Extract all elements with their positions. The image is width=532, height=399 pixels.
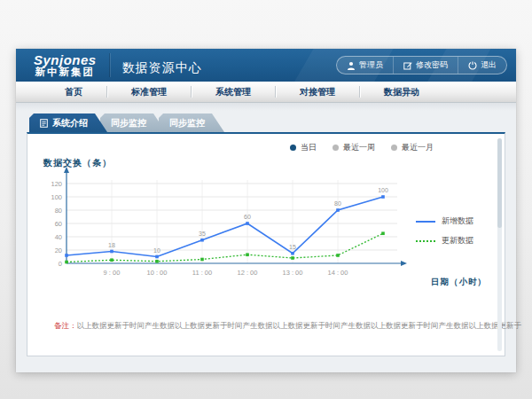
legend-label: 更新数据	[442, 235, 473, 246]
tab-label: 同步监控	[111, 117, 146, 129]
nav-item-data-change[interactable]: 数据异动	[360, 82, 443, 102]
footnote: 备注：以上数据更新于时间产生数据以上数据更新于时间产生数据以上数据更新于时间产生…	[54, 321, 521, 332]
svg-text:15: 15	[289, 244, 296, 250]
svg-text:12 : 00: 12 : 00	[238, 269, 258, 277]
svg-text:35: 35	[199, 231, 206, 237]
tab-bar: 系统介绍 同步监控 同步监控	[29, 113, 505, 132]
tab-sync-monitor-1[interactable]: 同步监控	[100, 113, 166, 132]
page-title: 数据资源中心	[122, 55, 202, 76]
svg-text:100: 100	[378, 187, 388, 193]
footnote-text: 以上数据更新于时间产生数据以上数据更新于时间产生数据以上数据更新于时间产生数据以…	[77, 321, 522, 330]
legend-label: 新增数据	[442, 215, 473, 227]
period-option-label: 最近一周	[343, 142, 375, 153]
chart-legend: 新增数据 更新数据	[416, 215, 490, 254]
panel-scrollbar[interactable]	[497, 138, 502, 351]
nav-item-interface-mgmt[interactable]: 对接管理	[276, 82, 359, 102]
header-decor-stripe	[288, 49, 399, 82]
document-icon	[40, 119, 48, 128]
chart-panel: 当日 最近一周 最近一月 数据交换（条） 0204060801001209 : …	[27, 132, 505, 356]
svg-text:60: 60	[244, 214, 251, 220]
legend-item-new-data: 新增数据	[416, 215, 490, 227]
svg-text:100: 100	[51, 193, 62, 201]
svg-text:40: 40	[55, 233, 62, 241]
dotted-line-swatch-icon	[416, 240, 435, 242]
tab-sync-monitor-2[interactable]: 同步监控	[159, 113, 224, 132]
period-filter: 当日 最近一周 最近一月	[290, 142, 434, 153]
radio-dot-icon	[332, 145, 339, 151]
svg-text:20: 20	[55, 246, 62, 254]
data-exchange-line-chart: 0204060801001209 : 0010 : 0011 : 0012 : …	[36, 164, 426, 295]
tab-system-intro[interactable]: 系统介绍	[29, 113, 107, 132]
svg-text:80: 80	[334, 200, 341, 207]
chart-area: 0204060801001209 : 0010 : 0011 : 0012 : …	[36, 164, 499, 310]
logo-text-en: Synjones	[34, 53, 97, 67]
app-header: Synjones 新中新集团 数据资源中心 管理员 修改密码	[16, 49, 516, 82]
svg-text:80: 80	[55, 207, 62, 215]
svg-text:9 : 00: 9 : 00	[104, 269, 121, 277]
period-option-today[interactable]: 当日	[290, 142, 317, 153]
svg-text:18: 18	[108, 242, 115, 248]
x-axis-title: 日期（小时）	[431, 277, 487, 288]
tab-label: 系统介绍	[52, 117, 88, 129]
scrollbar-thumb[interactable]	[497, 138, 502, 228]
nav-item-standard-mgmt[interactable]: 标准管理	[107, 82, 191, 102]
tab-label: 同步监控	[169, 117, 205, 129]
app-window: Synjones 新中新集团 数据资源中心 管理员 修改密码	[16, 49, 516, 372]
logo-text-cn: 新中新集团	[34, 66, 97, 77]
period-option-label: 当日	[301, 142, 317, 153]
nav-item-home[interactable]: 首页	[41, 82, 106, 102]
svg-text:120: 120	[51, 180, 62, 188]
radio-dot-icon	[391, 145, 397, 151]
page-background: Synjones 新中新集团 数据资源中心 管理员 修改密码	[0, 0, 532, 399]
svg-text:11 : 00: 11 : 00	[192, 269, 212, 277]
period-option-last-month[interactable]: 最近一月	[391, 142, 434, 153]
edit-icon	[403, 61, 412, 70]
solid-line-swatch-icon	[416, 221, 435, 223]
period-option-label: 最近一月	[402, 142, 434, 153]
radio-dot-icon	[290, 145, 296, 151]
svg-text:60: 60	[55, 220, 62, 228]
nav-item-system-mgmt[interactable]: 系统管理	[192, 82, 275, 102]
svg-text:13 : 00: 13 : 00	[283, 269, 303, 277]
content-area: 系统介绍 同步监控 同步监控 当日 最近一周	[16, 103, 516, 372]
main-nav: 首页 标准管理 系统管理 对接管理 数据异动	[16, 82, 516, 103]
svg-text:10: 10	[153, 247, 160, 254]
svg-text:0: 0	[59, 260, 62, 268]
footnote-prefix: 备注：	[54, 321, 77, 330]
legend-item-update-data: 更新数据	[416, 235, 490, 246]
company-logo: Synjones 新中新集团	[34, 53, 110, 78]
svg-text:10 : 00: 10 : 00	[147, 269, 168, 277]
period-option-last-week[interactable]: 最近一周	[332, 142, 375, 153]
svg-text:14 : 00: 14 : 00	[328, 269, 348, 277]
